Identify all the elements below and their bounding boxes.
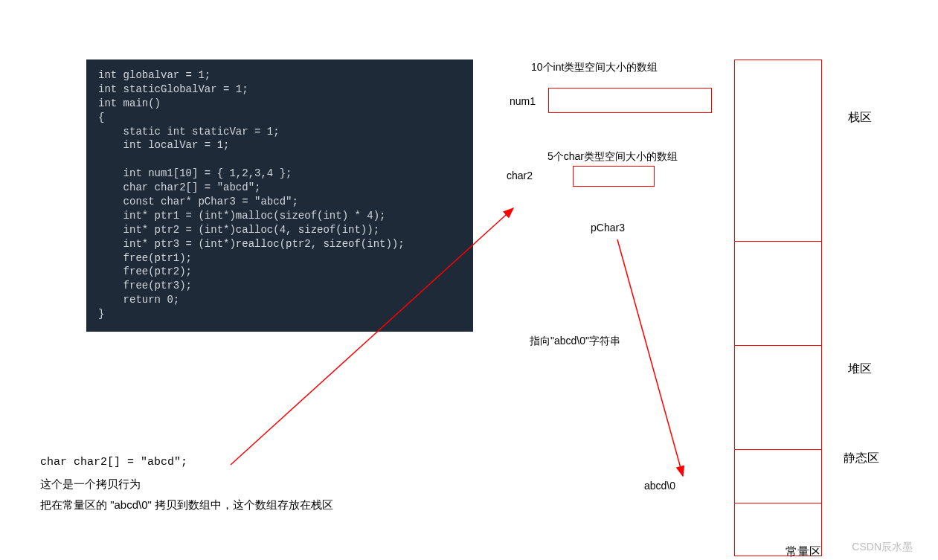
num1-label: num1 — [510, 95, 536, 107]
pchar3-points-to-label: 指向"abcd\0"字符串 — [530, 335, 620, 348]
memory-region-grid — [734, 59, 822, 556]
code-block: int globalvar = 1; int staticGlobalVar =… — [86, 59, 473, 332]
region-stack-label: 栈区 — [848, 110, 872, 126]
region-const-label: 常量区 — [786, 544, 821, 560]
abcd-text: abcd\0 — [644, 480, 675, 492]
mem-cell-heap-upper — [735, 242, 821, 346]
watermark: CSDN辰水墨 — [852, 541, 913, 554]
mem-cell-stack — [735, 60, 821, 242]
region-heap-label: 堆区 — [848, 361, 872, 377]
char2-label: char2 — [507, 170, 533, 181]
mem-cell-static — [735, 450, 821, 503]
num1-box — [548, 88, 712, 113]
char2-box — [573, 166, 655, 187]
region-static-label: 静态区 — [844, 451, 879, 466]
svg-line-1 — [617, 239, 683, 476]
mem-cell-heap-lower — [735, 346, 821, 450]
bottom-note-line3: 把在常量区的 "abcd\0" 拷贝到数组中，这个数组存放在栈区 — [40, 495, 333, 516]
pchar3-label: pChar3 — [591, 222, 625, 234]
bottom-note-line2: 这个是一个拷贝行为 — [40, 474, 333, 495]
int-array-label: 10个int类型空间大小的数组 — [531, 61, 658, 74]
bottom-note: char char2[] = "abcd"; 这个是一个拷贝行为 把在常量区的 … — [40, 452, 333, 516]
bottom-note-line1: char char2[] = "abcd"; — [40, 452, 333, 474]
char-array-label: 5个char类型空间大小的数组 — [547, 150, 678, 164]
